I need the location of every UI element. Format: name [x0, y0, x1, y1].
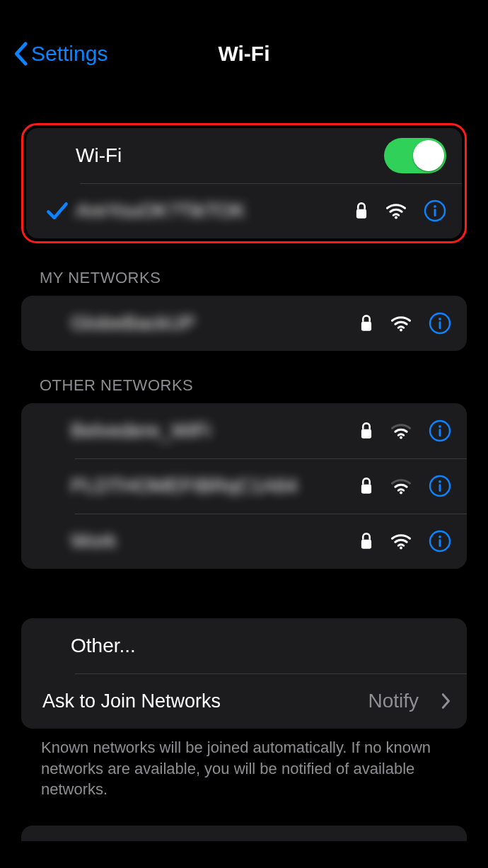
wifi-signal-icon: [390, 315, 412, 332]
my-networks-header: MY NETWORKS: [40, 269, 454, 287]
svg-rect-10: [361, 429, 371, 439]
wifi-signal-icon: [385, 202, 407, 219]
svg-point-8: [438, 318, 441, 320]
network-name: Work: [71, 530, 359, 552]
svg-rect-9: [439, 321, 441, 329]
ask-to-join-footer: Known networks will be joined automatica…: [41, 737, 454, 800]
info-icon[interactable]: [429, 312, 451, 335]
wifi-signal-icon: [390, 478, 412, 494]
svg-point-16: [400, 491, 402, 494]
info-icon[interactable]: [429, 419, 451, 442]
my-networks-group: GlobeBackUP: [21, 296, 467, 351]
other-label: Other...: [71, 635, 454, 657]
svg-point-18: [438, 480, 441, 483]
wifi-toggle[interactable]: [384, 138, 446, 173]
lock-icon: [359, 314, 373, 332]
svg-rect-14: [439, 429, 441, 436]
network-row[interactable]: PLDTHOMEFIBRqC1A64: [21, 458, 467, 514]
ask-to-join-label: Ask to Join Networks: [42, 690, 368, 712]
connected-network-name: AreYouOK?TikTOK: [76, 199, 354, 222]
svg-rect-0: [356, 209, 366, 219]
lock-icon: [359, 532, 373, 550]
wifi-settings-screen: Settings Wi-Fi Wi-Fi: [0, 0, 488, 868]
wifi-toggle-row: Wi-Fi: [26, 128, 462, 183]
ask-to-join-value: Notify: [368, 690, 419, 712]
network-name: GlobeBackUP: [71, 312, 359, 335]
svg-rect-15: [361, 485, 371, 494]
svg-point-6: [400, 328, 402, 331]
checkmark-icon: [45, 201, 69, 221]
other-networks-group: Belvedere_WiFi PLDTHOMEFIBRqC1A64: [21, 403, 467, 569]
connected-network-row[interactable]: AreYouOK?TikTOK: [26, 183, 462, 238]
back-label: Settings: [31, 42, 108, 66]
options-group: Other... Ask to Join Networks Notify: [21, 618, 467, 729]
svg-point-13: [438, 425, 441, 428]
nav-bar: Settings Wi-Fi: [0, 34, 488, 74]
other-networks-header: OTHER NETWORKS: [40, 376, 454, 395]
network-row[interactable]: Belvedere_WiFi: [21, 403, 467, 458]
svg-point-21: [400, 546, 402, 549]
back-button[interactable]: Settings: [13, 42, 108, 66]
network-row[interactable]: GlobeBackUP: [21, 296, 467, 351]
network-name: PLDTHOMEFIBRqC1A64: [71, 475, 359, 497]
chevron-left-icon: [13, 42, 28, 66]
other-network-row[interactable]: Other...: [21, 618, 467, 673]
lock-icon: [354, 202, 368, 220]
svg-rect-24: [439, 539, 441, 547]
svg-rect-20: [361, 540, 371, 549]
svg-point-23: [438, 536, 441, 538]
info-icon[interactable]: [429, 530, 451, 552]
toggle-knob: [413, 140, 444, 171]
network-name: Belvedere_WiFi: [71, 419, 359, 442]
chevron-right-icon: [441, 693, 451, 710]
svg-point-11: [400, 436, 402, 439]
wifi-signal-icon: [390, 533, 412, 550]
svg-rect-4: [434, 209, 436, 216]
svg-rect-19: [439, 484, 441, 492]
info-icon[interactable]: [429, 475, 451, 497]
svg-point-1: [395, 216, 397, 219]
svg-rect-5: [361, 322, 371, 331]
lock-icon: [359, 422, 373, 440]
svg-point-3: [434, 205, 436, 208]
wifi-main-group: Wi-Fi AreYouOK?TikTOK: [26, 128, 462, 238]
highlight-box: Wi-Fi AreYouOK?TikTOK: [21, 123, 467, 243]
wifi-signal-icon: [390, 422, 412, 439]
network-row[interactable]: Work: [21, 514, 467, 569]
info-icon[interactable]: [424, 199, 446, 222]
page-title: Wi-Fi: [218, 42, 269, 66]
lock-icon: [359, 477, 373, 495]
next-group-peek: [21, 826, 467, 841]
wifi-label: Wi-Fi: [76, 144, 384, 167]
ask-to-join-row[interactable]: Ask to Join Networks Notify: [21, 673, 467, 729]
